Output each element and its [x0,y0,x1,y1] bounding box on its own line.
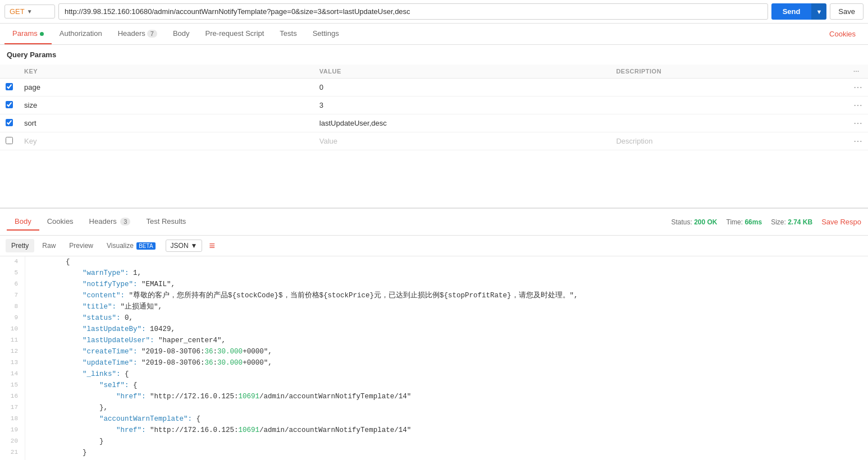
code-line: 11 "lastUpdateUser": "haper_center4", [0,335,868,346]
line-number: 18 [0,413,25,425]
col-actions: ··· [848,65,868,79]
code-editor[interactable]: 4 {5 "warnType": 1,6 "notifyType": "EMAI… [0,256,868,460]
request-tabs: Params Authorization Headers7 Body Pre-r… [0,24,868,45]
json-format-dropdown[interactable]: JSON ▼ [166,240,203,252]
line-content: "lastUpdateUser": "haper_center4", [25,335,226,346]
row-checkbox[interactable] [6,83,13,90]
line-number: 4 [0,256,25,268]
code-line: 13 "updateTime": "2019-08-30T06:36:30.00… [0,357,868,369]
line-content: } [25,436,104,447]
line-number: 14 [0,369,25,380]
code-line: 14 "_links": { [0,369,868,380]
cookies-link[interactable]: Cookies [821,24,864,44]
response-bar: Body Cookies Headers 3 Test Results Stat… [0,209,868,236]
row-key-cell[interactable]: page [19,79,314,96]
row-desc-cell[interactable] [610,79,848,96]
code-line: 15 "self": { [0,380,868,391]
tab-body[interactable]: Body [165,24,198,44]
more-icon[interactable]: ⋯ [853,100,862,110]
line-number: 13 [0,357,25,369]
send-dropdown-button[interactable]: ▼ [811,3,826,20]
line-content: "updateTime": "2019-08-30T06:36:30.000+0… [25,357,272,369]
response-tab-test-results[interactable]: Test Results [138,213,194,231]
row-more-cell[interactable]: ⋯ [848,132,868,150]
row-check-cell[interactable] [0,114,19,132]
row-value: lastUpdateUser,desc [319,119,387,127]
row-value-cell[interactable]: 3 [314,96,611,114]
code-line: 7 "content": "尊敬的客户，您所持有的产品${stockCode}$… [0,290,868,301]
row-key: sort [24,119,36,127]
row-desc-cell[interactable] [610,114,848,132]
col-value: VALUE [314,65,611,79]
row-check-cell[interactable] [0,96,19,114]
row-value-cell[interactable]: Value [314,132,611,150]
send-btn-group: Send ▼ [771,3,827,20]
status-label: Status: 200 OK [671,218,717,226]
method-label: GET [10,7,25,16]
row-value-cell[interactable]: lastUpdateUser,desc [314,114,611,132]
tab-pre-request[interactable]: Pre-request Script [198,24,272,44]
code-line: 9 "status": 0, [0,312,868,324]
tab-params[interactable]: Params [4,24,52,44]
more-icon[interactable]: ⋯ [853,118,862,128]
line-content: "href": "http://172.16.0.125:10691/admin… [25,425,411,436]
row-more-cell[interactable]: ⋯ [848,79,868,96]
row-more-cell[interactable]: ⋯ [848,96,868,114]
line-number: 20 [0,436,25,447]
line-content: "self": { [25,380,138,391]
format-raw[interactable]: Raw [36,239,61,252]
tab-settings[interactable]: Settings [305,24,347,44]
line-content: } [25,447,87,458]
code-line: 20 } [0,436,868,447]
line-content: "lastUpdateBy": 10429, [25,324,175,335]
code-line: 10 "lastUpdateBy": 10429, [0,324,868,335]
response-tab-cookies[interactable]: Cookies [39,213,81,231]
url-input[interactable] [58,3,768,20]
row-key-cell[interactable]: Key [19,132,314,150]
row-checkbox[interactable] [6,119,13,126]
row-value-cell[interactable]: 0 [314,79,611,96]
size-label: Size: 2.74 KB [771,218,812,226]
top-bar: GET ▼ Send ▼ Save [0,0,868,24]
json-label: JSON [171,242,189,250]
format-preview[interactable]: Preview [63,239,99,252]
send-button[interactable]: Send [771,3,812,20]
line-content: { [25,256,70,268]
line-content: "status": 0, [25,312,133,324]
line-content: "notifyType": "EMAIL", [25,279,175,290]
row-key-cell[interactable]: sort [19,114,314,132]
row-checkbox[interactable] [6,137,13,144]
time-value: 66ms [744,218,762,226]
line-number: 11 [0,335,25,346]
tab-authorization[interactable]: Authorization [52,24,110,44]
row-check-cell[interactable] [0,79,19,96]
line-number: 7 [0,290,25,301]
row-key-cell[interactable]: size [19,96,314,114]
format-pretty[interactable]: Pretty [6,239,34,252]
row-more-cell[interactable]: ⋯ [848,114,868,132]
more-icon[interactable]: ⋯ [853,136,862,146]
line-content: "href": "http://172.16.0.125:10691/admin… [25,391,411,402]
line-number: 5 [0,268,25,279]
response-section: Body Cookies Headers 3 Test Results Stat… [0,208,868,460]
row-desc-cell[interactable] [610,96,848,114]
save-response-link[interactable]: Save Respo [821,218,861,226]
row-desc-cell[interactable]: Description [610,132,848,150]
line-number: 15 [0,380,25,391]
save-button[interactable]: Save [830,3,864,20]
line-number: 12 [0,346,25,357]
more-icon[interactable]: ⋯ [853,82,862,92]
response-tab-body[interactable]: Body [7,213,39,231]
tab-tests[interactable]: Tests [272,24,304,44]
row-checkbox[interactable] [6,101,13,108]
tab-headers[interactable]: Headers7 [110,24,165,44]
format-visualize[interactable]: Visualize BETA [101,239,161,252]
json-chevron-icon: ▼ [191,242,198,250]
row-check-cell[interactable] [0,132,19,150]
code-line: 21 } [0,447,868,458]
response-tabs: Body Cookies Headers 3 Test Results [7,213,194,231]
wrap-icon[interactable]: ≡ [209,240,215,252]
response-tab-headers[interactable]: Headers 3 [81,213,139,231]
method-select[interactable]: GET ▼ [4,4,55,19]
code-line: 18 "accountWarnTemplate": { [0,413,868,425]
